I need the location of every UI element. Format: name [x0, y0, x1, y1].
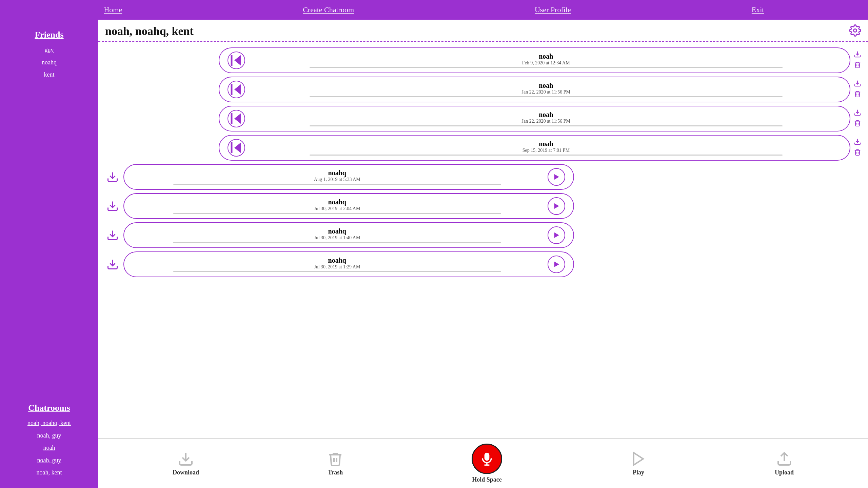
hold-space-button[interactable]: [472, 444, 502, 474]
bottom-toolbar: Download Trash: [98, 438, 868, 488]
play-label: Play: [633, 469, 644, 476]
message-info-2: noah Jan 22, 2020 at 11:56 PM: [251, 82, 842, 97]
message-box-7: noahq Jul 30, 2019 at 1:40 AM: [123, 222, 574, 248]
svg-marker-20: [554, 262, 559, 267]
message-box-1: noah Feb 9, 2020 at 12:34 AM: [219, 47, 851, 73]
message-box-4: noah Sep 15, 2019 at 7:01 PM: [219, 135, 851, 161]
content-area: noah, noahq, kent: [98, 20, 868, 488]
message-5: noahq Aug 1, 2019 at 5:33 AM: [105, 164, 574, 190]
message-info-1: noah Feb 9, 2020 at 12:34 AM: [251, 53, 842, 68]
svg-marker-4: [234, 84, 241, 95]
download-label: Download: [173, 469, 199, 476]
chat-title: noah, noahq, kent: [105, 25, 194, 38]
nav-exit[interactable]: Exit: [752, 5, 764, 14]
play-button-8[interactable]: [548, 256, 565, 273]
play-button-5[interactable]: [548, 168, 565, 186]
record-wrapper: Hold Space: [472, 444, 502, 483]
trash-icon-3[interactable]: [854, 119, 861, 128]
message-1: noah Feb 9, 2020 at 12:34 AM: [219, 47, 862, 73]
message-box-6: noahq Jul 30, 2019 at 2:04 AM: [123, 193, 574, 219]
nav-home[interactable]: Home: [104, 5, 122, 14]
trash-label: Trash: [328, 469, 343, 476]
message-6: noahq Jul 30, 2019 at 2:04 AM: [105, 193, 574, 219]
message-info-5: noahq Aug 1, 2019 at 5:33 AM: [132, 169, 542, 185]
download-icon-1[interactable]: [854, 50, 861, 60]
message-actions-3: [854, 109, 861, 128]
sidebar: Friends guy noahq kent Chatrooms noah, n…: [0, 20, 98, 488]
upload-label: Upload: [775, 469, 794, 476]
play-toolbar-button[interactable]: Play: [630, 451, 647, 476]
friend-guy[interactable]: guy: [45, 45, 54, 55]
friend-noahq[interactable]: noahq: [42, 57, 57, 68]
svg-marker-18: [554, 232, 559, 238]
chatroom-noah-kent[interactable]: noah, kent: [37, 467, 62, 478]
trash-icon-1[interactable]: [854, 61, 861, 70]
trash-icon-4[interactable]: [854, 148, 861, 158]
message-info-4: noah Sep 15, 2019 at 7:01 PM: [251, 140, 842, 156]
friend-kent[interactable]: kent: [44, 69, 55, 80]
rewind-button-1[interactable]: [228, 52, 245, 69]
progress-bar-8: [173, 271, 501, 272]
svg-marker-1: [234, 55, 241, 66]
chatroom-noah[interactable]: noah: [43, 443, 55, 453]
chatroom-noah-guy-2[interactable]: noah, guy: [37, 455, 61, 466]
message-info-6: noahq Jul 30, 2019 at 2:04 AM: [132, 198, 542, 214]
download-icon-3[interactable]: [854, 109, 861, 118]
progress-bar-7: [173, 242, 501, 243]
chatroom-noah-guy-1[interactable]: noah, guy: [37, 430, 61, 441]
progress-bar-3: [310, 125, 783, 126]
message-actions-1: [854, 50, 861, 70]
rewind-button-3[interactable]: [228, 110, 245, 127]
message-4: noah Sep 15, 2019 at 7:01 PM: [219, 135, 862, 161]
download-button-5[interactable]: [105, 169, 120, 184]
svg-point-0: [854, 29, 857, 32]
message-box-8: noahq Jul 30, 2019 at 1:29 AM: [123, 251, 574, 277]
messages-area: noah Feb 9, 2020 at 12:34 AM: [98, 42, 868, 438]
settings-icon[interactable]: [849, 24, 861, 38]
main-layout: Friends guy noahq kent Chatrooms noah, n…: [0, 20, 868, 488]
chat-header: noah, noahq, kent: [98, 20, 868, 42]
nav-create-chatroom[interactable]: Create Chatroom: [303, 5, 354, 14]
svg-marker-10: [234, 142, 241, 153]
top-nav: Home Create Chatroom User Profile Exit: [0, 0, 868, 20]
message-actions-4: [854, 138, 861, 158]
friends-title[interactable]: Friends: [35, 30, 63, 40]
message-8: noahq Jul 30, 2019 at 1:29 AM: [105, 251, 574, 277]
progress-bar-6: [173, 213, 501, 214]
message-info-8: noahq Jul 30, 2019 at 1:29 AM: [132, 257, 542, 272]
chatrooms-title[interactable]: Chatrooms: [28, 403, 70, 413]
download-button-8[interactable]: [105, 257, 120, 272]
download-toolbar-button[interactable]: Download: [173, 451, 199, 476]
message-2: noah Jan 22, 2020 at 11:56 PM: [219, 77, 862, 102]
rewind-button-2[interactable]: [228, 81, 245, 98]
trash-icon-2[interactable]: [854, 90, 861, 99]
message-box-2: noah Jan 22, 2020 at 11:56 PM: [219, 77, 851, 102]
hold-space-label: Hold Space: [472, 476, 502, 483]
download-icon-2[interactable]: [854, 80, 861, 89]
svg-rect-22: [485, 453, 489, 460]
progress-bar-2: [310, 96, 783, 97]
trash-toolbar-button[interactable]: Trash: [327, 451, 343, 476]
svg-marker-14: [554, 174, 559, 180]
progress-bar-4: [310, 155, 783, 156]
message-3: noah Jan 22, 2020 at 11:56 PM: [219, 106, 862, 131]
download-icon-4[interactable]: [854, 138, 861, 147]
rewind-button-4[interactable]: [228, 139, 245, 157]
svg-marker-25: [634, 453, 643, 465]
message-7: noahq Jul 30, 2019 at 1:40 AM: [105, 222, 574, 248]
upload-toolbar-button[interactable]: Upload: [775, 451, 794, 476]
play-button-6[interactable]: [548, 197, 565, 215]
message-box-5: noahq Aug 1, 2019 at 5:33 AM: [123, 164, 574, 190]
play-button-7[interactable]: [548, 226, 565, 244]
chatroom-noah-noahq-kent[interactable]: noah, noahq, kent: [27, 418, 71, 428]
progress-bar-5: [173, 184, 501, 185]
nav-user-profile[interactable]: User Profile: [535, 5, 571, 14]
message-box-3: noah Jan 22, 2020 at 11:56 PM: [219, 106, 851, 131]
message-actions-2: [854, 80, 861, 99]
svg-marker-16: [554, 203, 559, 209]
message-info-3: noah Jan 22, 2020 at 11:56 PM: [251, 111, 842, 126]
download-button-6[interactable]: [105, 199, 120, 214]
download-button-7[interactable]: [105, 228, 120, 243]
message-info-7: noahq Jul 30, 2019 at 1:40 AM: [132, 227, 542, 243]
progress-bar-1: [310, 67, 783, 68]
